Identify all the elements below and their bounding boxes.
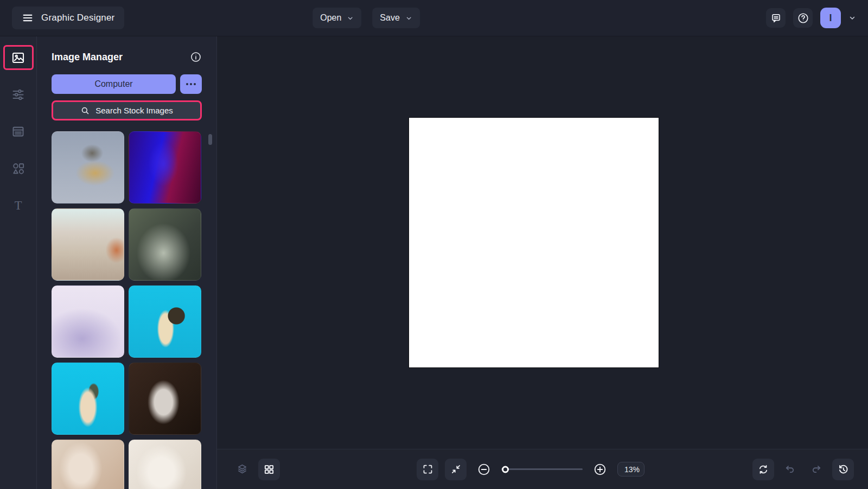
account-chevron-down-icon[interactable]: [848, 14, 856, 22]
sliders-icon: [11, 87, 25, 102]
stock-image-bust-dark[interactable]: [129, 363, 201, 435]
search-icon: [80, 106, 90, 116]
stock-image-david-neon[interactable]: [129, 131, 201, 204]
panel-scrollbar[interactable]: [208, 134, 212, 145]
open-button[interactable]: Open: [312, 8, 361, 28]
layers-button[interactable]: [231, 459, 253, 480]
avatar[interactable]: I: [820, 8, 841, 28]
image-icon: [11, 50, 25, 65]
comment-icon: [770, 12, 782, 24]
stock-image-trevi-fountain[interactable]: [52, 208, 124, 281]
sidebar-item-adjustments[interactable]: [3, 82, 34, 107]
plus-circle-icon: [593, 462, 607, 477]
tool-rail: T: [0, 36, 37, 489]
undo-icon: [784, 463, 796, 475]
stock-image-psyche-kiss[interactable]: [129, 440, 201, 489]
zoom-slider[interactable]: [501, 468, 583, 470]
computer-upload-button[interactable]: Computer: [52, 74, 176, 94]
top-bar: Graphic Designer Open Save: [0, 0, 868, 36]
collapse-arrows-icon: [450, 463, 462, 475]
ellipsis-icon: [186, 83, 196, 85]
zoom-in-button[interactable]: [589, 459, 611, 480]
fullscreen-button[interactable]: [417, 459, 438, 480]
shapes-icon: [11, 161, 25, 176]
sidebar-item-image-manager[interactable]: [3, 45, 34, 70]
bottom-bar: 13%: [217, 449, 868, 489]
refresh-icon: [757, 463, 769, 475]
help-icon: [797, 12, 809, 24]
stock-image-athena-spear[interactable]: [52, 363, 124, 435]
workspace: 13%: [217, 36, 868, 489]
undo-button[interactable]: [779, 459, 801, 480]
stock-image-athena-shield[interactable]: [129, 285, 201, 358]
chevron-down-icon: [347, 15, 354, 22]
sidebar-item-templates[interactable]: [3, 119, 34, 144]
minus-circle-icon: [477, 462, 491, 477]
app-title: Graphic Designer: [41, 12, 114, 23]
help-button[interactable]: [793, 8, 813, 28]
svg-text:T: T: [15, 198, 22, 212]
panel-title: Image Manager: [52, 52, 123, 63]
sidebar-item-text[interactable]: T: [3, 193, 34, 218]
save-button[interactable]: Save: [372, 8, 419, 28]
hamburger-menu-icon: [22, 12, 34, 24]
stock-image-grid: [52, 131, 202, 489]
history-button[interactable]: [832, 459, 854, 480]
search-stock-images-input[interactable]: Search Stock Images: [52, 100, 202, 120]
layout-icon: [11, 124, 25, 139]
fullscreen-icon: [422, 463, 433, 475]
zoom-out-button[interactable]: [473, 459, 495, 480]
zoom-slider-handle[interactable]: [502, 466, 509, 473]
more-options-button[interactable]: [180, 74, 202, 94]
grid-icon: [263, 463, 275, 475]
feedback-button[interactable]: [766, 8, 786, 28]
chevron-down-icon: [405, 15, 412, 22]
text-icon: T: [11, 198, 25, 213]
redo-icon: [810, 463, 822, 475]
reset-button[interactable]: [752, 459, 774, 480]
main-menu-button[interactable]: Graphic Designer: [12, 7, 124, 29]
fit-to-screen-button[interactable]: [445, 459, 467, 480]
design-canvas[interactable]: [409, 118, 659, 367]
sidebar-item-shapes[interactable]: [3, 156, 34, 181]
stock-image-athena-column[interactable]: [52, 131, 124, 204]
zoom-level-field[interactable]: 13%: [617, 462, 644, 477]
image-manager-panel: Image Manager Computer: [37, 36, 217, 489]
stock-image-lavender-group[interactable]: [52, 285, 124, 358]
info-icon: [190, 51, 202, 63]
info-button[interactable]: [190, 51, 202, 63]
stock-image-angel-statue[interactable]: [129, 208, 201, 281]
stock-image-cream-statue[interactable]: [52, 440, 124, 489]
pages-grid-button[interactable]: [258, 459, 280, 480]
history-clock-icon: [837, 463, 850, 475]
layers-icon: [236, 463, 248, 475]
redo-button[interactable]: [806, 459, 827, 480]
zoom-slider-track[interactable]: [501, 468, 583, 470]
